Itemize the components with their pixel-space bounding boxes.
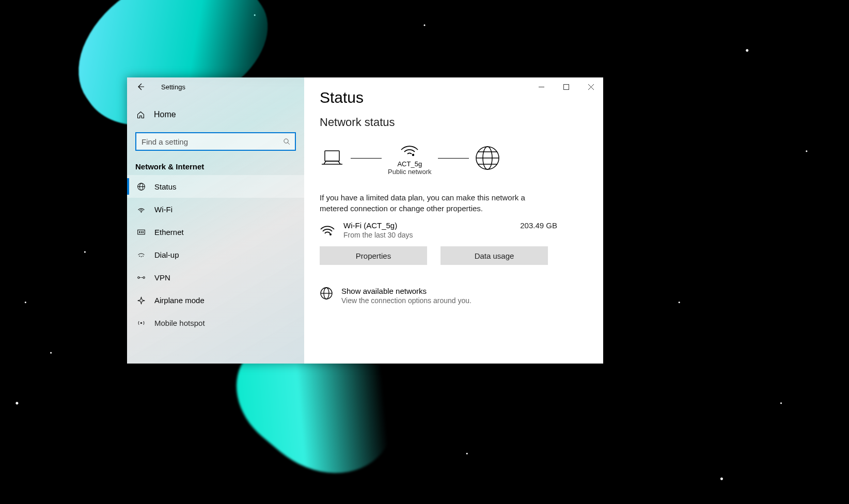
vpn-icon bbox=[136, 273, 146, 282]
sidebar-nav: Status Wi-Fi Ethernet Dial-up bbox=[127, 175, 304, 334]
sidebar-item-status[interactable]: Status bbox=[127, 175, 304, 198]
hotspot-icon bbox=[136, 319, 146, 327]
main-content: Status Network status ACT_5g Public netw… bbox=[304, 77, 603, 364]
sidebar-item-label: Status bbox=[154, 182, 177, 191]
svg-point-11 bbox=[140, 256, 142, 257]
sidebar-item-home[interactable]: Home bbox=[127, 103, 304, 126]
connection-line bbox=[438, 158, 469, 159]
connection-usage: 203.49 GB bbox=[520, 221, 557, 230]
wifi-icon bbox=[399, 140, 420, 157]
svg-point-22 bbox=[412, 154, 414, 156]
maximize-button[interactable] bbox=[554, 77, 578, 96]
diagram-ssid: ACT_5g bbox=[397, 160, 422, 168]
sidebar: Settings Home Network & Internet Status bbox=[127, 77, 304, 364]
properties-button[interactable]: Properties bbox=[320, 246, 427, 265]
svg-point-5 bbox=[140, 212, 142, 213]
back-button[interactable] bbox=[131, 77, 150, 96]
diagram-network-type: Public network bbox=[388, 168, 432, 176]
svg-rect-7 bbox=[139, 231, 140, 232]
airplane-icon bbox=[136, 296, 146, 305]
sidebar-item-airplane[interactable]: Airplane mode bbox=[127, 289, 304, 311]
sidebar-item-label: Dial-up bbox=[154, 250, 179, 259]
svg-point-12 bbox=[143, 256, 144, 257]
titlebar: Settings bbox=[127, 77, 304, 96]
close-icon bbox=[588, 84, 594, 90]
close-button[interactable] bbox=[578, 77, 603, 96]
svg-rect-21 bbox=[325, 151, 339, 161]
svg-rect-8 bbox=[140, 231, 142, 232]
sidebar-item-label: VPN bbox=[154, 273, 170, 282]
connection-row: Wi-Fi (ACT_5g) From the last 30 days 203… bbox=[320, 221, 557, 239]
svg-rect-9 bbox=[143, 231, 144, 232]
sidebar-item-vpn[interactable]: VPN bbox=[127, 266, 304, 289]
sidebar-item-label: Mobile hotspot bbox=[154, 319, 205, 327]
show-networks-title: Show available networks bbox=[341, 287, 471, 295]
minimize-icon bbox=[539, 84, 544, 90]
svg-point-16 bbox=[140, 322, 142, 323]
sidebar-item-wifi[interactable]: Wi-Fi bbox=[127, 198, 304, 220]
minimize-button[interactable] bbox=[529, 77, 554, 96]
connection-name: Wi-Fi (ACT_5g) bbox=[343, 221, 512, 230]
wifi-icon bbox=[136, 205, 146, 214]
search-box[interactable] bbox=[135, 132, 296, 151]
show-networks-sub: View the connection options around you. bbox=[341, 296, 471, 305]
svg-point-14 bbox=[143, 276, 144, 278]
globe-icon bbox=[320, 287, 333, 305]
button-row: Properties Data usage bbox=[320, 246, 588, 265]
section-title: Network status bbox=[320, 116, 588, 129]
connection-line bbox=[351, 158, 382, 159]
home-icon bbox=[136, 111, 145, 119]
show-available-networks[interactable]: Show available networks View the connect… bbox=[320, 287, 588, 305]
sidebar-item-label: Ethernet bbox=[154, 228, 184, 237]
info-paragraph: If you have a limited data plan, you can… bbox=[320, 192, 542, 214]
svg-point-26 bbox=[329, 233, 332, 235]
sidebar-item-label: Wi-Fi bbox=[154, 205, 172, 214]
svg-point-13 bbox=[137, 276, 139, 278]
connection-sub: From the last 30 days bbox=[343, 231, 512, 239]
laptop-icon bbox=[320, 149, 344, 167]
sidebar-item-hotspot[interactable]: Mobile hotspot bbox=[127, 311, 304, 334]
ethernet-icon bbox=[136, 228, 146, 237]
data-usage-button[interactable]: Data usage bbox=[441, 246, 548, 265]
home-label: Home bbox=[154, 110, 176, 119]
window-controls bbox=[529, 77, 603, 96]
search-icon bbox=[283, 138, 291, 146]
svg-point-10 bbox=[139, 256, 140, 257]
sidebar-item-ethernet[interactable]: Ethernet bbox=[127, 220, 304, 243]
wifi-icon bbox=[320, 223, 335, 237]
category-header: Network & Internet bbox=[135, 162, 304, 171]
sidebar-item-label: Airplane mode bbox=[154, 296, 205, 305]
arrow-left-icon bbox=[136, 83, 145, 91]
maximize-icon bbox=[563, 84, 569, 90]
network-diagram: ACT_5g Public network bbox=[320, 140, 588, 176]
svg-point-0 bbox=[284, 138, 288, 143]
globe-icon bbox=[475, 146, 500, 170]
search-input[interactable] bbox=[142, 137, 283, 146]
sidebar-item-dialup[interactable]: Dial-up bbox=[127, 243, 304, 266]
svg-line-1 bbox=[288, 143, 290, 145]
dialup-icon bbox=[136, 250, 146, 259]
window-title: Settings bbox=[150, 83, 185, 91]
svg-rect-18 bbox=[563, 84, 569, 89]
settings-window: Settings Home Network & Internet Status bbox=[127, 77, 603, 364]
globe-icon bbox=[136, 182, 146, 191]
